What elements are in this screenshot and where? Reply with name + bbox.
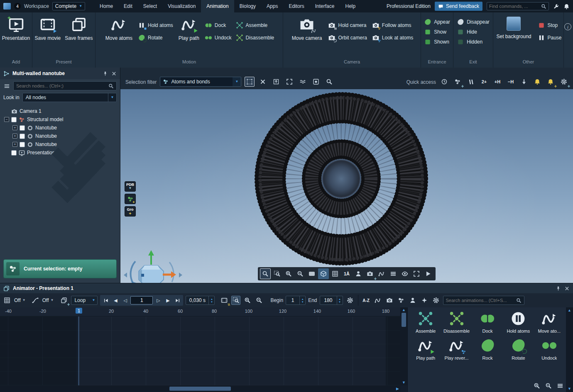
- select-up-tool[interactable]: [271, 77, 281, 87]
- play-path-button[interactable]: Play path: [177, 15, 201, 41]
- move-atoms-button[interactable]: Move atoms: [104, 15, 134, 41]
- library-zoom-in-button[interactable]: [532, 381, 541, 390]
- layers-button[interactable]: [388, 268, 399, 279]
- gro-button[interactable]: Gro: [125, 206, 136, 217]
- search-icon[interactable]: [516, 298, 522, 303]
- perspective-cube-button[interactable]: [318, 268, 329, 279]
- tree-item-camera-1[interactable]: Camera 1: [4, 107, 118, 115]
- current-frame-line[interactable]: [78, 317, 79, 385]
- notification-bell-add-icon[interactable]: [546, 77, 556, 87]
- step-back-button[interactable]: ◀: [111, 296, 120, 304]
- deselect-tool[interactable]: [258, 77, 268, 87]
- library-item-disassemble[interactable]: Disassemble: [441, 311, 472, 334]
- timeline-grid[interactable]: [0, 317, 400, 385]
- save-movie-button[interactable]: Save movie: [33, 15, 62, 41]
- look-at-atoms-button[interactable]: Look at atoms: [372, 34, 413, 41]
- minimize-icon[interactable]: [519, 77, 529, 87]
- loop-mode-dropdown[interactable]: Loop ▼: [71, 296, 98, 305]
- workspace-dropdown[interactable]: Complete ▼: [52, 2, 85, 10]
- current-frame-input[interactable]: [130, 296, 153, 304]
- filter-camera-icon[interactable]: [385, 296, 394, 305]
- select-atoms-box-tool[interactable]: [311, 77, 321, 87]
- begin-input[interactable]: [286, 297, 299, 303]
- close-icon[interactable]: [111, 71, 117, 76]
- hold-atoms-button[interactable]: Hold atoms: [138, 22, 173, 29]
- library-item-play-path[interactable]: Play path: [410, 338, 441, 360]
- menu-animation[interactable]: Animation: [201, 0, 234, 12]
- easing-curve-icon[interactable]: [31, 296, 40, 305]
- zoom-region-tool[interactable]: [272, 268, 282, 279]
- appear-button[interactable]: Appear: [424, 18, 450, 26]
- viewport-canvas[interactable]: PDB ▼ Gro 1Å: [120, 89, 573, 283]
- camera-add-button[interactable]: [365, 268, 375, 279]
- collapse-expander[interactable]: −: [4, 117, 9, 122]
- frame-time-input[interactable]: [186, 297, 208, 303]
- stop-button[interactable]: Stop: [538, 22, 562, 29]
- timeline[interactable]: -40 -20 1 20 40 60 80 100 120 140 160 18…: [0, 307, 407, 392]
- navigation-gizmo[interactable]: [123, 249, 183, 283]
- animator-settings-gear-icon[interactable]: [345, 296, 355, 305]
- fullscreen-button[interactable]: [411, 268, 422, 279]
- set-background-button[interactable]: Set background: [495, 15, 532, 39]
- pdb-button[interactable]: PDB ▼: [125, 181, 136, 192]
- checkbox-checked[interactable]: [20, 125, 25, 131]
- timeline-vertical-scrollbar[interactable]: ▲ ▼: [400, 307, 407, 385]
- skip-to-start-button[interactable]: [102, 296, 110, 304]
- molecule-import-button[interactable]: [125, 194, 136, 204]
- library-item-hold-atoms[interactable]: Hold atoms: [503, 311, 534, 334]
- orbit-camera-button[interactable]: Orbit camera: [328, 34, 367, 41]
- play-button[interactable]: [423, 268, 433, 279]
- library-zoom-out-button[interactable]: [544, 381, 553, 390]
- library-vertical-scrollbar[interactable]: ▲ ▼: [566, 307, 573, 392]
- menu-edit[interactable]: Edit: [118, 0, 138, 12]
- expand-selection-tool[interactable]: [284, 77, 294, 87]
- filter-settings-icon[interactable]: [431, 296, 441, 305]
- presenter-button[interactable]: [353, 268, 364, 279]
- menu-biology[interactable]: Biology: [234, 0, 261, 12]
- library-item-undock[interactable]: Undock: [534, 338, 565, 360]
- info-icon[interactable]: i: [564, 23, 571, 30]
- checkbox-checked[interactable]: [20, 142, 25, 147]
- bond-edit-icon[interactable]: [466, 77, 476, 87]
- zoom-select-tool[interactable]: [260, 268, 271, 279]
- disappear-button[interactable]: Disappear: [457, 18, 490, 26]
- charge-icon[interactable]: 2+: [479, 77, 489, 87]
- checkbox-checked[interactable]: [11, 117, 17, 122]
- viewport[interactable]: PDB ▼ Gro 1Å: [120, 68, 573, 283]
- measure-button[interactable]: [376, 268, 387, 279]
- look-in-dropdown[interactable]: All nodes ▼: [22, 93, 117, 102]
- menu-help[interactable]: Help: [340, 0, 361, 12]
- panel-menu-icon[interactable]: [2, 81, 11, 90]
- spinner-arrows[interactable]: ▲▼: [337, 296, 343, 304]
- node-search-input[interactable]: [16, 83, 106, 88]
- end-input[interactable]: [320, 297, 337, 303]
- presentation-button[interactable]: Presentation: [1, 15, 31, 41]
- snap-grid-icon[interactable]: [2, 296, 12, 305]
- zoom-in-button[interactable]: [283, 268, 294, 279]
- menu-editors[interactable]: Editors: [283, 0, 309, 12]
- play-forward-button[interactable]: ▷: [154, 296, 162, 304]
- history-clock-icon[interactable]: [439, 77, 449, 87]
- sort-az-button[interactable]: A-Z: [362, 296, 371, 305]
- menu-visualization[interactable]: Visualization: [162, 0, 201, 12]
- filter-effects-icon[interactable]: [420, 296, 429, 305]
- add-hydrogens-button[interactable]: +H: [492, 77, 502, 87]
- menu-select[interactable]: Select: [138, 0, 162, 12]
- scroll-down-arrow[interactable]: ▼: [402, 381, 406, 385]
- move-camera-button[interactable]: Move camera: [291, 15, 323, 41]
- step-forward-button[interactable]: ▶: [164, 296, 172, 304]
- timeline-zoom-out-button[interactable]: [255, 296, 264, 305]
- scroll-up-arrow[interactable]: ▲: [568, 309, 571, 312]
- spinner-arrows[interactable]: ▲▼: [299, 296, 305, 304]
- pin-icon[interactable]: [103, 71, 108, 76]
- tree-item-structural-model[interactable]: − Structural model: [4, 115, 118, 124]
- shown-button[interactable]: Shown: [424, 38, 450, 46]
- selection-filter-dropdown[interactable]: Atoms and bonds ▼: [160, 77, 241, 87]
- checkbox-checked[interactable]: [11, 150, 17, 156]
- library-item-dock[interactable]: Dock: [472, 311, 503, 334]
- menu-home[interactable]: Home: [94, 0, 118, 12]
- hide-button[interactable]: Hide: [457, 28, 490, 36]
- angstrom-scale-button[interactable]: 1Å: [341, 268, 352, 279]
- current-frame-marker[interactable]: 1: [76, 308, 82, 314]
- zoom-selection-tool[interactable]: [324, 77, 334, 87]
